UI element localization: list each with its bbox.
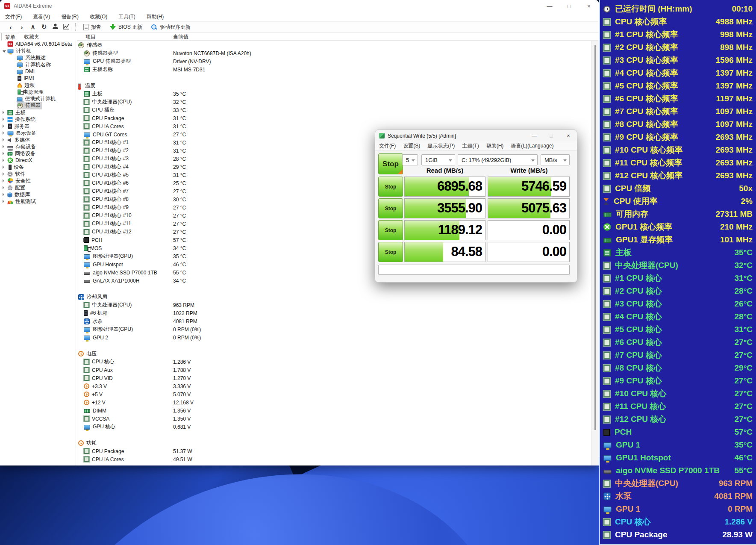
vertical-scrollbar[interactable] [591,41,599,465]
title-bar[interactable]: 64 AIDA64 Extreme — □ × [0,0,599,12]
tab-favorites[interactable]: 收藏夹 [21,33,43,41]
target-drive-select[interactable]: C: 17% (49/292GiB) [458,154,538,165]
bios-update-button[interactable]: BIOS 更新 [106,22,147,32]
chevron-right-icon[interactable] [3,164,7,170]
list-item[interactable]: CPU 核心1.286 V [77,358,591,366]
list-item[interactable]: 图形处理器(GPU)0 RPM (0%) [77,325,591,333]
tree-item[interactable]: 电源管理 [0,88,76,95]
list-item[interactable]: #6 机箱1022 RPM [77,309,591,317]
row-stop-button[interactable]: Stop [378,177,403,197]
list-item[interactable]: 主板35 °C [77,90,591,98]
minimize-button[interactable]: — [540,0,559,12]
menu-item[interactable]: 帮助(H) [147,13,164,21]
tree-item[interactable]: DMI [0,68,76,75]
tree-item[interactable]: 系统概述 [0,54,76,61]
list-item[interactable]: 中央处理器(CPU)32 °C [77,98,591,106]
list-item[interactable]: CPU Aux1.788 V [77,366,591,374]
chart-icon[interactable] [61,24,72,31]
test-count-select[interactable]: 5 [402,154,418,165]
tree-item[interactable]: 设备 [0,164,76,171]
list-item[interactable]: 中央处理器(CPU)963 RPM [77,301,591,309]
up-button[interactable]: ∧ [27,23,38,31]
scrollbar-thumb[interactable] [594,45,596,430]
tree-item[interactable]: 存储设备 [0,143,76,150]
list-item[interactable]: +5 V5.070 V [77,390,591,398]
dialog-menu-item[interactable]: 主题(T) [462,142,479,150]
dialog-menu-item[interactable]: 帮助(H) [486,142,504,150]
tree-item[interactable]: 便携式计算机 [0,95,76,102]
list-item[interactable]: +3.3 V3.336 V [77,382,591,390]
unit-select[interactable]: MB/s [541,154,570,165]
chevron-right-icon[interactable] [3,116,7,122]
chevron-right-icon[interactable] [3,130,7,136]
chevron-right-icon[interactable] [3,191,7,197]
list-item[interactable]: GPU 20 RPM (0%) [77,333,591,342]
report-button[interactable]: 报告 [79,22,106,32]
tree-item[interactable]: 网络设备 [0,150,76,157]
row-stop-button[interactable]: Stop [378,198,403,218]
list-item[interactable]: DIMM1.356 V [77,407,591,415]
tree-item[interactable]: IPMI [0,75,76,82]
chevron-down-icon[interactable] [3,48,7,54]
user-icon[interactable] [50,23,61,31]
tree-item[interactable]: 计算机 [0,47,76,54]
tab-menu[interactable]: 菜单 [1,33,19,41]
menu-item[interactable]: 收藏(O) [90,13,107,21]
list-item[interactable]: CPU Package51.37 W [77,447,591,455]
list-section-header[interactable]: 传感器 [77,41,591,49]
forward-button[interactable]: › [16,24,27,31]
dialog-menu-item[interactable]: 文件(F) [379,142,396,150]
list-item[interactable]: 水泵4081 RPM [77,317,591,325]
driver-update-button[interactable]: 驱动程序更新 [147,22,195,32]
menu-item[interactable]: 查看(V) [33,13,50,21]
close-button[interactable]: × [579,0,599,12]
menu-item[interactable]: 报告(R) [61,13,79,21]
chevron-right-icon[interactable] [3,178,7,184]
tree-item[interactable]: 安全性 [0,177,76,184]
list-item[interactable]: CPU 插座33 °C [77,106,591,114]
dialog-menu-item[interactable]: 语言(L)(Language) [511,142,553,150]
refresh-button[interactable]: ↻ [38,23,50,31]
chevron-right-icon[interactable] [3,171,7,177]
tree-item[interactable]: 软件 [0,171,76,177]
dialog-minimize-button[interactable]: — [526,130,543,141]
tree-item[interactable]: 性能测试 [0,198,76,205]
tree-item[interactable]: 计算机名称 [0,61,76,68]
column-header-item[interactable]: 项目 [85,33,96,41]
list-item[interactable]: +12 V12.168 V [77,398,591,407]
list-item[interactable]: GPU 传感器类型Driver (NV-DRV) [77,57,591,65]
test-size-select[interactable]: 1GiB [421,154,455,165]
menu-item[interactable]: 工具(T) [118,13,135,21]
dialog-menu-item[interactable]: 显示状态(P) [427,142,455,150]
dialog-menu-item[interactable]: 设置(S) [403,142,420,150]
column-header-value[interactable]: 当前值 [173,33,188,41]
tree-item[interactable]: 主板 [0,109,76,116]
chevron-right-icon[interactable] [3,185,7,191]
chevron-right-icon[interactable] [3,150,7,156]
tree-item[interactable]: 64AIDA64 v6.70.6014 Beta [0,41,76,47]
tree-item[interactable]: 配置 [0,184,76,191]
tree-item[interactable]: 显示设备 [0,130,76,136]
chevron-right-icon[interactable] [3,198,7,204]
chevron-right-icon[interactable] [3,123,7,129]
tree-item[interactable]: 操作系统 [0,116,76,123]
list-item[interactable]: CPU IA Cores49.51 W [77,455,591,463]
chevron-right-icon[interactable] [3,157,7,163]
row-stop-button[interactable]: Stop [378,242,403,262]
maximize-button[interactable]: □ [559,0,579,12]
dialog-title-bar[interactable]: Sequential Write (5/5) [Admin] — □ × [375,130,577,141]
stop-all-button[interactable]: Stop [378,153,403,174]
list-item[interactable]: CPU VID1.270 V [77,374,591,382]
dialog-status-field[interactable] [378,265,570,275]
list-item[interactable]: 传感器类型Nuvoton NCT6687D-M (ISA A20h) [77,49,591,57]
tree-item[interactable]: 服务器 [0,123,76,130]
list-section-header[interactable]: 温度 [77,82,591,90]
list-item[interactable]: 主板名称MSI MS-7D31 [77,65,591,74]
list-item[interactable]: GPU 核心0.681 V [77,423,591,431]
tree-item[interactable]: DirectX [0,157,76,164]
list-item[interactable]: CPU Package31 °C [77,114,591,122]
dialog-close-button[interactable]: × [560,130,577,141]
chevron-right-icon[interactable] [3,109,7,115]
chevron-right-icon[interactable] [3,144,7,150]
tree-item[interactable]: 超频 [0,82,76,88]
